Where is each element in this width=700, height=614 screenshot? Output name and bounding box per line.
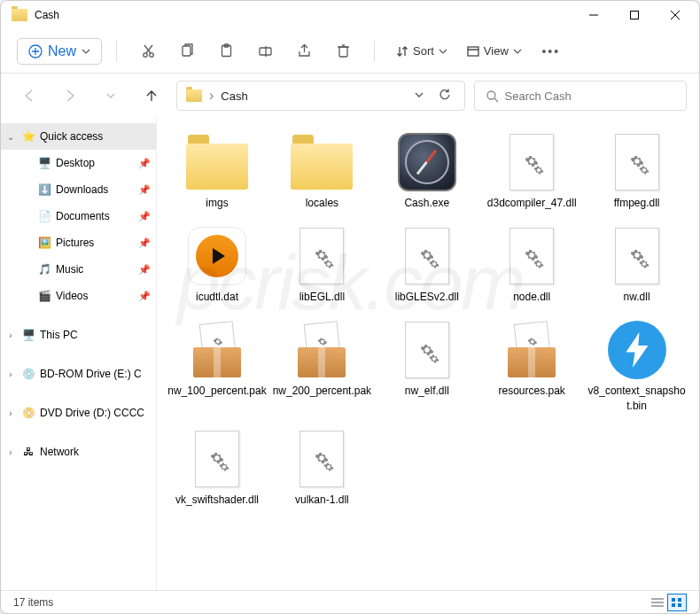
address-history-button[interactable] — [410, 84, 428, 107]
share-button[interactable] — [287, 35, 321, 67]
file-name: vulkan-1.dll — [295, 493, 349, 507]
svg-rect-28 — [672, 603, 675, 607]
sidebar-item-label: Downloads — [56, 183, 135, 196]
more-button[interactable]: ••• — [534, 35, 568, 67]
file-item[interactable]: nw.dll — [586, 219, 688, 309]
toolbar: New Sort View ••• — [1, 29, 699, 74]
sort-button[interactable]: Sort — [389, 40, 455, 62]
folder-icon — [290, 130, 354, 194]
sidebar-item-quick-access[interactable]: ⌄ ⭐ Quick access — [1, 123, 156, 150]
dll-icon — [395, 318, 459, 382]
chevron-right-icon: › — [4, 408, 17, 418]
dll-icon — [395, 224, 459, 288]
item-count: 17 items — [13, 596, 53, 609]
downloads-icon: ⬇️ — [36, 183, 52, 196]
details-view-button[interactable] — [648, 594, 667, 611]
sidebar-item-label: Music — [56, 263, 135, 276]
folder-icon — [186, 89, 202, 102]
recent-button[interactable] — [95, 80, 127, 112]
new-button[interactable]: New — [17, 38, 102, 65]
sort-icon — [396, 45, 408, 58]
search-box[interactable] — [474, 81, 687, 111]
pin-icon: 📌 — [138, 264, 151, 276]
file-pane[interactable]: imgslocalesCash.exed3dcompiler_47.dllffm… — [157, 118, 699, 590]
view-label: View — [484, 44, 509, 58]
file-item[interactable]: nw_100_percent.pak — [166, 313, 268, 417]
svg-rect-19 — [468, 47, 478, 56]
sidebar-item-this-pc[interactable]: › 🖥️ This PC — [1, 322, 156, 348]
cut-button[interactable] — [131, 35, 165, 67]
sidebar-item-desktop[interactable]: 🖥️Desktop📌 — [17, 150, 156, 176]
sidebar-item-label: Network — [40, 446, 151, 458]
compass-icon — [395, 130, 459, 194]
dll-icon — [605, 224, 669, 288]
file-item[interactable]: locales — [270, 125, 373, 215]
file-item[interactable]: icudtl.dat — [166, 219, 268, 309]
forward-button[interactable] — [54, 80, 86, 112]
network-icon: 🖧 — [20, 446, 36, 458]
file-item[interactable]: node.dll — [480, 219, 583, 309]
sidebar-item-documents[interactable]: 📄Documents📌 — [17, 203, 156, 229]
sidebar-item-label: Quick access — [40, 130, 151, 143]
file-name: icudtl.dat — [196, 290, 238, 304]
minimize-button[interactable] — [573, 1, 614, 29]
pin-icon: 📌 — [138, 237, 151, 249]
rename-button[interactable] — [248, 35, 282, 67]
dll-icon — [290, 224, 354, 288]
svg-point-21 — [487, 91, 495, 99]
folder-icon — [185, 130, 249, 194]
file-item[interactable]: libEGL.dll — [270, 219, 373, 309]
window-title: Cash — [35, 9, 573, 21]
file-item[interactable]: ffmpeg.dll — [586, 125, 688, 215]
svg-rect-26 — [672, 598, 675, 602]
sidebar-item-pictures[interactable]: 🖼️Pictures📌 — [17, 229, 156, 256]
maximize-button[interactable] — [614, 1, 655, 29]
svg-point-7 — [143, 53, 146, 57]
view-button[interactable]: View — [460, 40, 529, 62]
sidebar-item-videos[interactable]: 🎬Videos📌 — [17, 283, 156, 309]
file-item[interactable]: imgs — [166, 125, 268, 215]
pin-icon: 📌 — [138, 291, 151, 302]
file-item[interactable]: Cash.exe — [376, 125, 478, 215]
view-icon — [467, 45, 479, 58]
svg-line-22 — [494, 98, 498, 102]
up-button[interactable] — [136, 80, 167, 112]
refresh-button[interactable] — [435, 84, 455, 108]
pak-icon — [500, 318, 564, 382]
file-item[interactable]: d3dcompiler_47.dll — [480, 125, 583, 215]
file-name: resources.pak — [499, 384, 565, 398]
file-name: ffmpeg.dll — [614, 196, 660, 210]
music-icon: 🎵 — [36, 263, 52, 276]
file-item[interactable]: vulkan-1.dll — [270, 422, 373, 512]
sidebar-item-network[interactable]: › 🖧 Network — [1, 439, 156, 465]
file-item[interactable]: vk_swiftshader.dll — [166, 422, 268, 512]
sidebar-item-label: Videos — [56, 290, 135, 302]
sidebar-item-label: Documents — [56, 210, 135, 222]
copy-button[interactable] — [170, 35, 204, 67]
pin-icon: 📌 — [138, 184, 151, 196]
sidebar-item-music[interactable]: 🎵Music📌 — [17, 256, 156, 283]
file-item[interactable]: libGLESv2.dll — [376, 219, 478, 309]
sidebar-item-bd-drive[interactable]: › 💿 BD-ROM Drive (E:) C — [1, 361, 156, 387]
sidebar-item-label: BD-ROM Drive (E:) C — [40, 368, 151, 380]
icons-view-button[interactable] — [667, 594, 687, 611]
file-item[interactable]: resources.pak — [480, 313, 583, 417]
breadcrumb-current[interactable]: Cash — [221, 89, 403, 103]
back-button[interactable] — [13, 80, 45, 112]
file-name: locales — [306, 196, 338, 210]
file-item[interactable]: nw_200_percent.pak — [270, 313, 373, 417]
sidebar-item-dvd-drive[interactable]: › 📀 DVD Drive (D:) CCCC — [1, 400, 156, 426]
address-bar[interactable]: › Cash — [176, 81, 465, 111]
paste-button[interactable] — [209, 35, 243, 67]
file-item[interactable]: nw_elf.dll — [376, 313, 478, 417]
file-name: imgs — [206, 196, 228, 210]
delete-button[interactable] — [326, 35, 360, 67]
status-bar: 17 items — [1, 590, 699, 613]
file-item[interactable]: v8_context_snapshot.bin — [586, 313, 688, 417]
sidebar-item-label: Desktop — [56, 157, 135, 169]
sidebar-item-downloads[interactable]: ⬇️Downloads📌 — [17, 176, 156, 203]
search-input[interactable] — [505, 89, 676, 103]
close-button[interactable] — [655, 1, 696, 29]
sort-label: Sort — [413, 44, 434, 58]
sidebar-item-label: DVD Drive (D:) CCCC — [40, 407, 151, 419]
